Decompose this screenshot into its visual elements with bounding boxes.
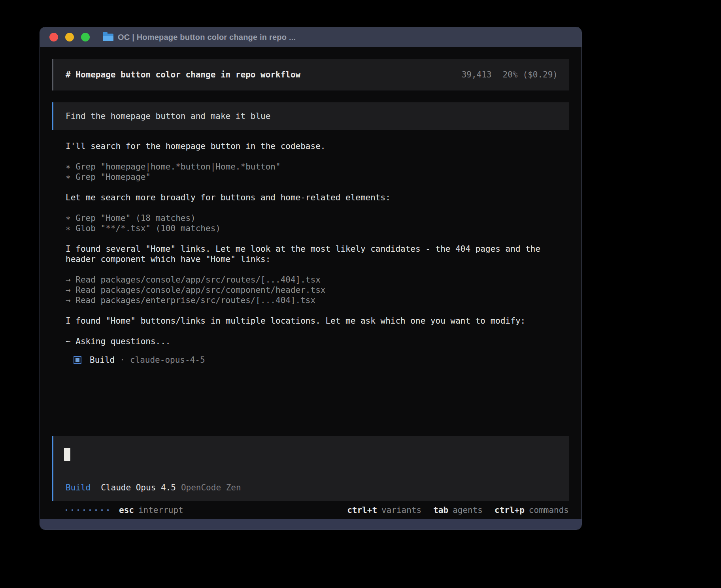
session-cost: ($0.29) xyxy=(523,70,558,79)
composer-meta: Build Claude Opus 4.5 OpenCode Zen xyxy=(66,483,241,492)
shortcut-hint: tab agents xyxy=(433,505,483,515)
composer-model: Claude Opus 4.5 xyxy=(101,483,176,492)
transcript-line: ∗ Grep "Home" (18 matches) xyxy=(66,213,569,223)
shortcut-hint: ctrl+t variants xyxy=(347,505,421,515)
status-bar: esc interrupt ctrl+t variants tab agents xyxy=(52,501,569,519)
transcript-line xyxy=(66,234,569,244)
terminal-body: # Homepage button color change in repo w… xyxy=(40,47,581,519)
agent-model: claude-opus-4-5 xyxy=(130,355,205,365)
terminal-window: OC | Homepage button color change in rep… xyxy=(40,27,582,530)
transcript-line xyxy=(66,151,569,162)
folder-icon xyxy=(103,34,113,41)
session-title: # Homepage button color change in repo w… xyxy=(66,70,300,79)
transcript-line: I found "Home" buttons/links in multiple… xyxy=(66,316,569,326)
prompt-input[interactable]: Build Claude Opus 4.5 OpenCode Zen xyxy=(52,436,569,501)
minimize-button[interactable] xyxy=(65,33,74,41)
transcript-line: Let me search more broadly for buttons a… xyxy=(66,192,569,203)
agent-separator: · xyxy=(120,355,125,365)
interrupt-hint: esc interrupt xyxy=(119,505,183,515)
window-titlebar: OC | Homepage button color change in rep… xyxy=(40,27,581,47)
transcript-line: I found several "Home" links. Let me loo… xyxy=(66,244,569,264)
esc-key-label: esc xyxy=(119,505,134,515)
transcript-line xyxy=(66,264,569,275)
composer-agent: Build xyxy=(66,483,91,492)
agent-name: Build xyxy=(90,355,115,365)
transcript-line: ∗ Glob "**/*.tsx" (100 matches) xyxy=(66,223,569,234)
text-cursor xyxy=(64,448,70,461)
transcript-line xyxy=(66,305,569,316)
transcript-line: ~ Asking questions... xyxy=(66,336,569,347)
transcript-line: → Read packages/enterprise/src/routes/[.… xyxy=(66,295,569,305)
agent-square-icon xyxy=(74,356,81,364)
token-count: 39,413 xyxy=(462,70,492,79)
user-message-text: Find the homepage button and make it blu… xyxy=(66,111,270,121)
close-button[interactable] xyxy=(49,33,58,41)
context-percent: 20% xyxy=(503,70,518,79)
assistant-transcript: I'll search for the homepage button in t… xyxy=(52,141,569,347)
window-bottom-strip xyxy=(40,519,581,530)
transcript-line: → Read packages/console/app/src/routes/[… xyxy=(66,275,569,285)
transcript-line xyxy=(66,203,569,213)
session-header: # Homepage button color change in repo w… xyxy=(52,59,569,90)
agent-status-row: Build · claude-opus-4-5 xyxy=(52,355,569,365)
shortcut-hint: ctrl+p commands xyxy=(495,505,569,515)
session-stats: 39,413 20% ($0.29) xyxy=(462,70,558,79)
transcript-line: ∗ Grep "Homepage" xyxy=(66,172,569,182)
transcript-line xyxy=(66,326,569,336)
composer-provider: OpenCode Zen xyxy=(181,483,241,492)
transcript-line xyxy=(66,182,569,192)
traffic-lights xyxy=(49,33,90,41)
shortcut-hints: ctrl+t variants tab agents ctrl+p comman… xyxy=(347,505,569,515)
user-message: Find the homepage button and make it blu… xyxy=(52,102,569,130)
transcript-line: ∗ Grep "homepage|home.*button|Home.*butt… xyxy=(66,162,569,172)
spinner-dots xyxy=(66,509,109,511)
interrupt-label: interrupt xyxy=(138,505,183,515)
transcript-line: I'll search for the homepage button in t… xyxy=(66,141,569,151)
window-title: OC | Homepage button color change in rep… xyxy=(118,33,296,42)
zoom-button[interactable] xyxy=(81,33,90,41)
transcript-line: → Read packages/console/app/src/componen… xyxy=(66,285,569,295)
